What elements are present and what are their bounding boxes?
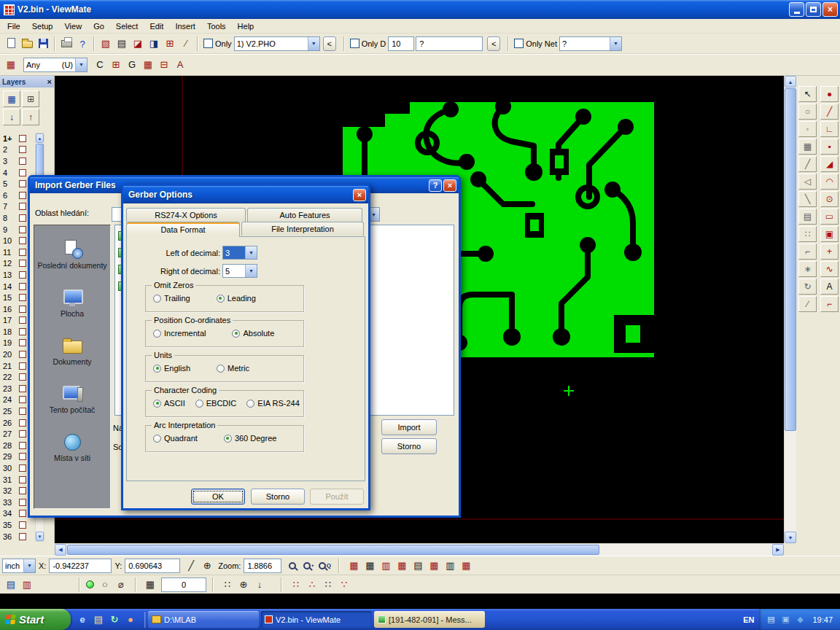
- open-file-icon[interactable]: [19, 36, 35, 52]
- scroll-up-icon[interactable]: ▲: [36, 133, 44, 143]
- layer-visibility-chip[interactable]: [19, 385, 26, 392]
- only-net-checkbox[interactable]: [514, 39, 524, 48]
- internet-explorer-icon[interactable]: e: [75, 612, 90, 627]
- dots-tool-icon[interactable]: ∷: [798, 226, 817, 242]
- only-dcode-checkbox[interactable]: [350, 39, 359, 48]
- radio-ebcdic[interactable]: EBCDIC: [195, 399, 237, 408]
- menu-setup[interactable]: Setup: [26, 20, 59, 32]
- net-select[interactable]: ? ▼: [559, 36, 622, 51]
- scrollbar-thumb[interactable]: [785, 88, 796, 431]
- layer-visibility-chip[interactable]: [19, 464, 26, 472]
- layer-visibility-chip[interactable]: [19, 442, 26, 449]
- layer-visibility-chip[interactable]: [19, 339, 26, 346]
- dcode-grid-2-icon[interactable]: ▦: [362, 558, 378, 574]
- pattern-1-icon[interactable]: ∷: [288, 577, 304, 593]
- place-desktop[interactable]: Plocha: [34, 279, 110, 327]
- chevron-down-icon[interactable]: ▼: [610, 37, 621, 50]
- radio-quadrant[interactable]: Quadrant: [153, 434, 198, 443]
- move-layer-down-icon[interactable]: ↓: [3, 109, 20, 125]
- layer-visibility-chip[interactable]: [19, 169, 26, 176]
- maximize-button[interactable]: [806, 2, 821, 17]
- close-icon[interactable]: ×: [47, 77, 52, 86]
- layer-visibility-chip[interactable]: [19, 419, 26, 427]
- dcode-grid-8-icon[interactable]: ▦: [458, 558, 474, 574]
- chevron-down-icon[interactable]: ▼: [75, 58, 87, 71]
- right-of-decimal-select[interactable]: 5 ▼: [222, 264, 257, 278]
- aperture-h-button[interactable]: ⊟: [156, 57, 172, 73]
- active-layer-icon[interactable]: ▦: [3, 57, 19, 73]
- draw-point-icon[interactable]: ●: [820, 86, 839, 102]
- tray-display-icon[interactable]: ▣: [779, 614, 791, 626]
- layer-row[interactable]: 35: [0, 519, 34, 531]
- left-of-decimal-select[interactable]: 3 ▼: [222, 246, 257, 260]
- scroll-up-icon[interactable]: ▲: [785, 76, 796, 88]
- close-button[interactable]: ×: [443, 179, 456, 192]
- draw-rectangle-icon[interactable]: ▭: [820, 209, 839, 225]
- corner-tool-icon[interactable]: ◦: [798, 121, 817, 137]
- layer-visibility-chip[interactable]: [19, 499, 26, 506]
- layer-grid-icon[interactable]: ⊞: [22, 90, 39, 107]
- layer-visibility-chip[interactable]: [19, 453, 26, 460]
- layer-visibility-chip[interactable]: [19, 294, 26, 301]
- edit-tool-icon[interactable]: ∕: [798, 296, 817, 312]
- layer-visibility-chip[interactable]: [19, 260, 26, 267]
- refresh-launch-icon[interactable]: ↻: [107, 612, 122, 627]
- swap-tool-icon[interactable]: ⊞: [162, 36, 178, 52]
- context-help-icon[interactable]: ?: [74, 36, 90, 52]
- previous-dcode-button[interactable]: <: [487, 36, 500, 51]
- only-dcode-toggle[interactable]: Only D: [350, 39, 386, 48]
- layer-visibility-chip[interactable]: [19, 306, 26, 313]
- pattern-2-icon[interactable]: ∴: [304, 577, 320, 593]
- import-button[interactable]: Import: [381, 419, 437, 435]
- scroll-down-icon[interactable]: ▼: [36, 532, 44, 541]
- layer-visibility-chip[interactable]: [19, 192, 26, 199]
- horizontal-scrollbar[interactable]: ◀ ▶: [55, 543, 784, 556]
- layer-visibility-chip[interactable]: [19, 214, 26, 222]
- radio-trailing[interactable]: Trailing: [153, 294, 190, 303]
- vertical-scrollbar[interactable]: ▲ ▼: [784, 76, 796, 543]
- dcode-value-field[interactable]: 10: [388, 36, 414, 51]
- layer-visibility-chip[interactable]: [19, 373, 26, 381]
- rotate-tool-icon[interactable]: ↻: [798, 279, 817, 295]
- window-titlebar[interactable]: V2.bin - ViewMate ×: [0, 0, 840, 19]
- layers-panel-caption[interactable]: Layers ×: [0, 76, 54, 88]
- menu-edit[interactable]: Edit: [144, 20, 169, 32]
- rows-tool-icon[interactable]: ▤: [798, 209, 817, 225]
- pattern-4-icon[interactable]: ∵: [336, 577, 352, 593]
- layer-visibility-chip[interactable]: [19, 351, 26, 358]
- layer-visibility-chip[interactable]: [19, 487, 26, 494]
- board-view-icon[interactable]: ▥: [19, 577, 35, 593]
- menu-tools[interactable]: Tools: [201, 20, 232, 32]
- draw-wave-icon[interactable]: ∿: [820, 261, 839, 277]
- aperture-swap-button[interactable]: ⊞: [108, 57, 124, 73]
- menu-help[interactable]: Help: [232, 20, 260, 32]
- layer-visibility-chip[interactable]: [19, 146, 26, 153]
- move-layer-up-icon[interactable]: ↑: [22, 109, 39, 125]
- aperture-c-button[interactable]: C: [92, 57, 108, 73]
- query-tool-icon[interactable]: ▤: [114, 36, 130, 52]
- cancel-button[interactable]: Storno: [381, 438, 437, 454]
- radio-360-degree[interactable]: 360 Degree: [224, 434, 277, 443]
- dcode-grid-6-icon[interactable]: ▦: [426, 558, 442, 574]
- measure-line-icon[interactable]: ╱: [183, 558, 199, 574]
- circle-outline-icon[interactable]: ○: [798, 104, 817, 120]
- help-button[interactable]: ?: [429, 179, 442, 192]
- cancel-button[interactable]: Storno: [251, 489, 305, 505]
- draw-l-icon[interactable]: ⌐: [820, 296, 839, 312]
- taskbar-task[interactable]: V2.bin - ViewMate: [261, 611, 372, 628]
- layer-visibility-chip[interactable]: [19, 533, 26, 540]
- dcode-grid-5-icon[interactable]: ▤: [410, 558, 426, 574]
- slope-tool-icon[interactable]: ╱: [798, 156, 817, 172]
- apply-button[interactable]: Použít: [310, 489, 364, 505]
- layer-visibility-chip[interactable]: [19, 476, 26, 483]
- draw-thermal-icon[interactable]: +: [820, 244, 839, 260]
- aperture-g-button[interactable]: G: [124, 57, 140, 73]
- pattern-3-icon[interactable]: ∷: [320, 577, 336, 593]
- menu-select[interactable]: Select: [110, 20, 144, 32]
- counter-field[interactable]: 0: [161, 578, 206, 592]
- board-layers-icon[interactable]: ▤: [3, 577, 19, 593]
- gerber-dialog-titlebar[interactable]: Gerber Options ×: [123, 186, 368, 203]
- layer-row[interactable]: 1+: [0, 133, 34, 144]
- radio-eia-rs-244[interactable]: EIA RS-244: [246, 399, 299, 408]
- layer-row[interactable]: 2: [0, 144, 34, 156]
